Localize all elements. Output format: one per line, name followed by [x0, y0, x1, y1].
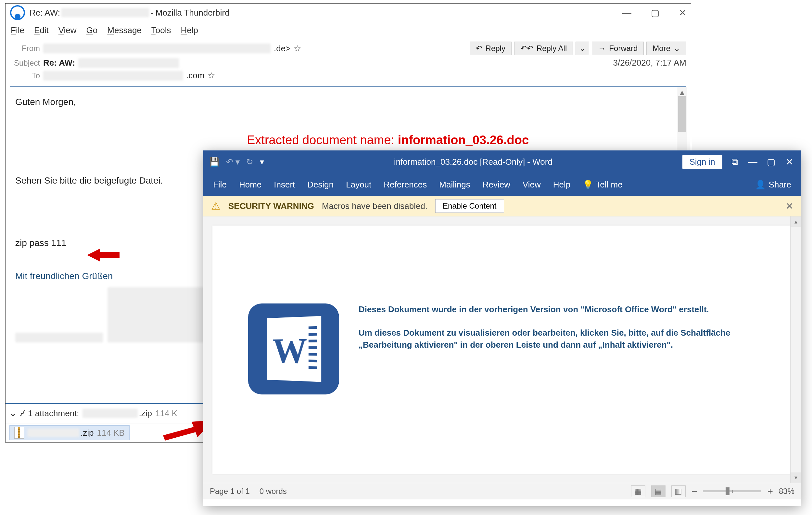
forward-button[interactable]: →Forward: [592, 41, 644, 55]
chevron-down-icon[interactable]: ⌄: [9, 408, 17, 419]
print-layout-icon[interactable]: ▤: [651, 485, 666, 497]
doc-paragraph-1: Dieses Dokument wurde in der vorherigen …: [358, 304, 732, 315]
save-icon[interactable]: 💾: [209, 157, 220, 167]
undo-icon[interactable]: ↶ ▾: [226, 157, 240, 167]
quick-access-toolbar: 💾 ↶ ▾ ↻ ▾: [209, 157, 264, 167]
sig-redacted-1: [15, 333, 103, 342]
reply-all-dropdown[interactable]: ⌄: [576, 41, 589, 55]
to-domain: .com: [186, 70, 204, 81]
attachment-chip[interactable]: .zip 114 KB: [9, 425, 129, 440]
read-mode-icon[interactable]: ▦: [631, 485, 645, 497]
page-indicator[interactable]: Page 1 of 1: [210, 487, 250, 496]
zoom-in-button[interactable]: +: [767, 486, 773, 497]
scroll-up-icon[interactable]: ▴: [790, 217, 801, 227]
body-greeting: Guten Morgen,: [15, 97, 683, 107]
tab-view[interactable]: View: [523, 180, 541, 190]
close-button[interactable]: ✕: [783, 156, 795, 167]
reply-all-button[interactable]: ↶↶Reply All: [514, 41, 573, 55]
tab-layout[interactable]: Layout: [346, 180, 371, 190]
tab-file[interactable]: File: [213, 180, 227, 190]
menu-tools[interactable]: Tools: [151, 25, 171, 35]
menu-edit[interactable]: Edit: [34, 25, 49, 35]
zip-file-icon: [14, 427, 24, 439]
forward-icon: →: [598, 44, 606, 53]
star-icon[interactable]: ☆: [294, 44, 301, 54]
from-label: From: [10, 44, 40, 53]
word-titlebar: 💾 ↶ ▾ ↻ ▾ information_03.26.doc [Read-On…: [203, 150, 801, 173]
tab-design[interactable]: Design: [307, 180, 334, 190]
thunderbird-icon: [10, 5, 25, 20]
zoom-slider[interactable]: [703, 490, 761, 492]
reply-button[interactable]: ↶Reply: [470, 41, 512, 55]
document-title: information_03.26.doc [Read-Only] - Word: [270, 157, 675, 167]
ribbon-display-icon[interactable]: ⧉: [729, 156, 741, 167]
annotation-label: Extracted document name: information_03.…: [247, 133, 529, 147]
minimize-button[interactable]: —: [747, 156, 759, 167]
maximize-button[interactable]: ▢: [651, 7, 659, 18]
scroll-thumb[interactable]: [678, 96, 686, 132]
title-suffix: - Mozilla Thunderbird: [150, 8, 230, 18]
scroll-down-icon[interactable]: ▾: [790, 473, 801, 483]
warning-message: Macros have been disabled.: [322, 201, 428, 211]
scroll-up-icon[interactable]: ▴: [677, 87, 687, 97]
header-actions: ↶Reply ↶↶Reply All ⌄ →Forward More ⌄: [470, 41, 686, 55]
maximize-button[interactable]: ▢: [765, 156, 777, 167]
sign-in-button[interactable]: Sign in: [683, 155, 723, 169]
menu-view[interactable]: View: [58, 25, 77, 35]
tell-me-button[interactable]: 💡Tell me: [583, 180, 622, 190]
tb-window-controls: — ▢ ✕: [622, 7, 686, 18]
paperclip-icon: ⌇: [17, 407, 28, 419]
attachment-ext: .zip: [139, 408, 152, 419]
document-content: Dieses Dokument wurde in der vorherigen …: [358, 304, 732, 474]
from-domain: .de>: [274, 44, 290, 54]
menu-file[interactable]: File: [11, 25, 24, 35]
word-statusbar: Page 1 of 1 0 words ▦ ▤ ▥ − + 83%: [203, 483, 801, 499]
close-button[interactable]: ✕: [679, 7, 686, 18]
qat-customize-icon[interactable]: ▾: [260, 157, 264, 167]
word-ribbon-tabs: File Home Insert Design Layout Reference…: [203, 173, 801, 196]
message-header: From .de> ☆ ↶Reply ↶↶Reply All ⌄ →Forwar…: [5, 38, 691, 84]
word-window: 💾 ↶ ▾ ↻ ▾ information_03.26.doc [Read-On…: [203, 150, 801, 506]
svg-marker-0: [87, 249, 119, 262]
subject-label: Subject: [10, 58, 40, 67]
to-redacted: [43, 71, 183, 81]
menu-help[interactable]: Help: [181, 25, 198, 35]
word-canvas: W Dieses Dokument wurde in der vorherige…: [203, 217, 801, 483]
from-redacted: [43, 44, 270, 53]
redo-icon[interactable]: ↻: [246, 157, 253, 167]
warning-close-icon[interactable]: ✕: [786, 201, 793, 211]
share-icon: 👤: [755, 180, 765, 190]
tab-home[interactable]: Home: [239, 180, 261, 190]
enable-content-button[interactable]: Enable Content: [435, 199, 504, 213]
web-layout-icon[interactable]: ▥: [671, 485, 686, 497]
subject-prefix: Re: AW:: [43, 58, 75, 68]
subject-redacted: [78, 58, 179, 68]
more-button[interactable]: More ⌄: [646, 41, 686, 55]
star-icon[interactable]: ☆: [207, 70, 215, 81]
minimize-button[interactable]: —: [622, 7, 631, 18]
tab-help[interactable]: Help: [553, 180, 570, 190]
word-logo-icon: W: [248, 304, 339, 395]
tab-mailings[interactable]: Mailings: [439, 180, 470, 190]
tb-menubar: File Edit View Go Message Tools Help: [5, 22, 691, 38]
share-button[interactable]: 👤Share: [755, 180, 791, 190]
window-title: Re: AW: - Mozilla Thunderbird: [30, 8, 230, 18]
attachment-size-trunc: 114 K: [155, 408, 177, 419]
tab-references[interactable]: References: [384, 180, 427, 190]
word-page: W Dieses Dokument wurde in der vorherige…: [212, 226, 790, 474]
tab-review[interactable]: Review: [483, 180, 510, 190]
message-date: 3/26/2020, 7:17 AM: [613, 58, 686, 68]
zoom-out-button[interactable]: −: [692, 486, 697, 497]
to-label: To: [10, 71, 40, 80]
menu-go[interactable]: Go: [86, 25, 98, 35]
warning-title: SECURITY WARNING: [228, 201, 314, 211]
attachment-chip-name-redacted: [27, 429, 79, 437]
annotation-filename: information_03.26.doc: [398, 133, 529, 147]
zoom-level[interactable]: 83%: [779, 487, 794, 496]
word-scrollbar[interactable]: ▴ ▾: [790, 217, 801, 483]
title-redacted: [61, 8, 149, 17]
attachment-count: 1 attachment:: [28, 408, 79, 419]
tab-insert[interactable]: Insert: [274, 180, 295, 190]
word-count[interactable]: 0 words: [260, 487, 287, 496]
menu-message[interactable]: Message: [107, 25, 142, 35]
